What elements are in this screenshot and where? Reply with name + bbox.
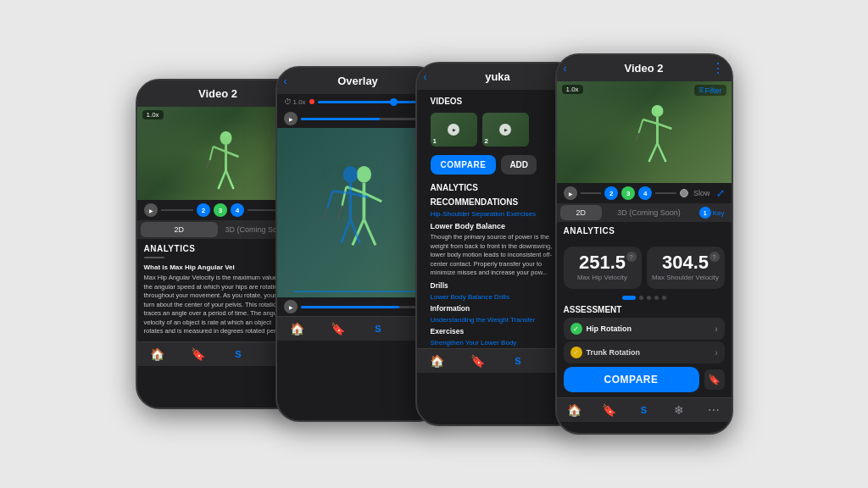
phone1-speed: 1.0x <box>147 111 159 119</box>
phone4-speed: 1.0x <box>566 86 579 93</box>
phone4-header: ‹ Video 2 ⋮ <box>557 55 732 81</box>
phone4-nav-home[interactable]: 🏠 <box>557 402 592 419</box>
phone4-marker-3: 3 <box>621 186 635 200</box>
phone4-tab-2d[interactable]: 2D <box>560 205 603 220</box>
svg-point-24 <box>651 105 663 117</box>
phone4-expand-icon[interactable]: ⤢ <box>716 187 725 199</box>
svg-point-0 <box>220 131 231 145</box>
phone2-play-btn2[interactable] <box>284 300 298 313</box>
phone3-back[interactable]: ‹ <box>424 71 427 83</box>
phone3-lower-body-heading: Lower Body Balance <box>424 219 572 231</box>
phone2-back[interactable]: ‹ <box>284 75 287 87</box>
phone4-metric-hip-label: Max Hip Velocity <box>569 274 637 282</box>
phone3-thumb-1[interactable]: 1 <box>431 113 477 147</box>
phone4-assessment-hip[interactable]: ✓ Hip Rotation › <box>564 318 725 340</box>
phone3-drills-link[interactable]: Lower Body Balance Drills <box>424 291 572 302</box>
phone4-marker-2: 2 <box>604 186 618 200</box>
phone3-add-btn[interactable]: ADD <box>501 155 537 175</box>
phone4-dot-4 <box>654 296 659 300</box>
svg-line-7 <box>206 160 209 169</box>
phone4-bookmark-btn[interactable]: 🔖 <box>704 369 725 390</box>
svg-line-18 <box>332 191 350 192</box>
phone-4: ‹ Video 2 ⋮ 1 <box>555 53 733 435</box>
phone2-title: Overlay <box>337 75 378 87</box>
phones-container: Video 2 1.0x 2 <box>0 0 868 488</box>
phone4-nav-snow[interactable]: ❄ <box>661 402 696 419</box>
phone4-bottom-nav: 🏠 🔖 S ❄ ⋯ <box>557 397 732 422</box>
phone2-nav-bookmark[interactable]: 🔖 <box>317 320 358 337</box>
phone4-trunk-check: ✓ <box>570 347 582 358</box>
phone4-tabs: 2D 3D (Coming Soon) 1 Key <box>557 203 732 222</box>
phone3-videos-label: VIDEOS <box>424 93 572 108</box>
phone1-tabs: 2D 3D (Coming Soon) <box>137 220 299 239</box>
phone2-header: ‹ Overlay <box>277 68 439 94</box>
phone3-header: ‹ yuka <box>417 64 579 90</box>
phone3-title: yuka <box>485 70 510 83</box>
phone4-metric-shoulder-info[interactable]: ? <box>709 252 720 262</box>
phone4-assessment-trunk-left: ✓ Trunk Rotation <box>570 347 641 358</box>
phone4-tab-3d[interactable]: 3D (Coming Soon) <box>602 205 696 220</box>
phone1-playback[interactable]: 2 3 4 <box>137 200 299 220</box>
phone3-info-link[interactable]: Understanding the Weight Transfer <box>424 314 572 325</box>
phone1-title: Video 2 <box>198 87 237 100</box>
phone2-play-btn[interactable] <box>284 112 298 125</box>
phone3-bottom-nav: 🏠 🔖 S ⎋ <box>417 348 579 373</box>
phone3-exercises-link[interactable]: Strengthen Your Lower Body <box>424 337 572 348</box>
phone3-thumb-2[interactable]: 2 <box>482 113 529 147</box>
phone2-progress2[interactable] <box>301 306 432 308</box>
phone4-filter-label: Filter <box>705 86 722 95</box>
phone4-nav-s[interactable]: S <box>626 402 661 419</box>
phone3-compare-btn[interactable]: COMPARE <box>431 155 497 175</box>
phone1-video[interactable]: 1.0x <box>137 107 299 200</box>
phone4-more[interactable]: ⋮ <box>711 60 725 76</box>
phone4-dot-5 <box>662 296 666 300</box>
svg-line-22 <box>327 191 332 208</box>
phone1-nav-s[interactable]: S <box>218 346 259 363</box>
phone2-bottom-nav: 🏠 🔖 S ⎋ <box>277 316 439 341</box>
phone3-rec-label: RECOMMENDATIONS <box>424 194 572 208</box>
phone1-header: Video 2 <box>137 80 299 107</box>
phone4-dot-nav <box>557 294 732 302</box>
phone3-thumb1-play[interactable] <box>448 124 459 136</box>
phone1-play-btn[interactable] <box>144 203 158 217</box>
phone4-metrics-row: ? 251.5 Max Hip Velocity ? 304.5 Max Sho… <box>557 241 732 294</box>
phone4-nav-more[interactable]: ⋯ <box>696 402 731 419</box>
phone3-nav-bookmark[interactable]: 🔖 <box>457 352 498 369</box>
phone4-compare-btn[interactable]: COMPARE <box>564 367 699 392</box>
phone3-nav-s[interactable]: S <box>498 352 538 369</box>
phone2-progress[interactable] <box>301 118 432 120</box>
phone4-back[interactable]: ‹ <box>564 63 567 75</box>
phone4-trunk-label: Trunk Rotation <box>587 348 641 357</box>
phone4-dot-3 <box>647 296 651 300</box>
phone2-video[interactable] <box>277 128 439 297</box>
phone4-scrubber[interactable] <box>680 189 688 197</box>
phone3-hip-link[interactable]: Hip-Shoulder Separation Exercises <box>424 208 572 219</box>
phone2-speed-badge: ⏱ 1.0x <box>284 97 306 106</box>
phone4-key-area: 1 Key <box>696 207 728 219</box>
phone4-assessment-title: ASSESSMENT <box>557 302 732 316</box>
phone1-nav-home[interactable]: 🏠 <box>137 346 178 363</box>
phone4-key-label[interactable]: Key <box>713 209 725 217</box>
phone3-nav-home[interactable]: 🏠 <box>417 352 458 369</box>
svg-line-2 <box>213 147 225 152</box>
phone4-play-btn[interactable] <box>564 186 577 200</box>
phone4-metric-hip-info[interactable]: ? <box>626 252 637 262</box>
phone2-playbar2[interactable] <box>277 297 439 316</box>
phone1-nav-bookmark[interactable]: 🔖 <box>177 346 218 363</box>
phone2-playbar[interactable] <box>277 109 439 128</box>
phone4-video[interactable]: 1.0x ⧖ Filter <box>557 81 732 183</box>
phone4-nav-bookmark[interactable]: 🔖 <box>592 402 626 419</box>
phone1-analytics: ANALYTICS What is Max Hip Angular Vel Ma… <box>137 239 299 341</box>
phone2-nav-home[interactable]: 🏠 <box>277 320 318 337</box>
phone4-assessment-trunk[interactable]: ✓ Trunk Rotation › <box>564 341 725 363</box>
phone4-filter-btn[interactable]: ⧖ Filter <box>698 86 722 95</box>
phone4-playbar[interactable]: 2 3 4 Slow ⤢ <box>557 183 732 203</box>
phone3-lower-body-text: Though the primary source of power is th… <box>424 231 572 280</box>
phone1-tab-2d[interactable]: 2D <box>141 222 219 237</box>
phone4-marker-4: 4 <box>638 186 652 200</box>
phone3-exercises-label: Exercises <box>424 325 572 337</box>
phone3-thumb2-play[interactable] <box>499 124 511 136</box>
phone2-nav-s[interactable]: S <box>358 320 398 337</box>
svg-line-5 <box>225 170 233 189</box>
svg-line-4 <box>218 170 225 189</box>
